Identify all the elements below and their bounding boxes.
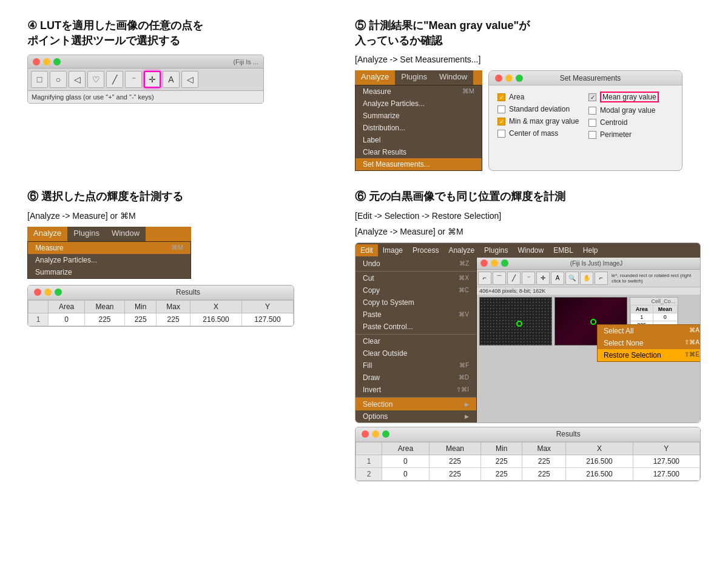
fiji-tool-5[interactable]: ✛ (536, 272, 550, 285)
analyze-particles-6[interactable]: Analyze Particles... (28, 254, 190, 266)
paste-item[interactable]: Paste⌘V (356, 309, 476, 321)
fiji-min[interactable] (491, 259, 498, 267)
row2-y: 127.500 (633, 467, 699, 480)
fiji-tool-6[interactable]: A (551, 272, 564, 285)
centroid-check[interactable]: Centroid (588, 118, 673, 127)
point-tool[interactable]: ✛ (144, 71, 161, 88)
fiji-tool-9[interactable]: ⌐ (595, 272, 608, 285)
big-res-min[interactable] (372, 430, 379, 438)
sm-minimize[interactable] (505, 75, 513, 82)
draw-item[interactable]: Draw⌘D (356, 372, 476, 384)
fiji-tool-2[interactable]: ⌒ (493, 272, 506, 285)
fiji-tool-4[interactable]: ⁻ (522, 272, 535, 285)
row2-max: 225 (522, 467, 566, 480)
paste-control-item[interactable]: Paste Control... (356, 321, 476, 333)
summarize-6[interactable]: Summarize (28, 266, 190, 278)
label-item[interactable]: Label (356, 134, 482, 146)
rect-tool[interactable]: □ (31, 71, 48, 88)
maximize-button[interactable] (53, 58, 61, 65)
embl-menu-btn[interactable]: EMBL (548, 244, 578, 256)
cut-item[interactable]: Cut⌘X (356, 271, 476, 284)
help-menu-btn[interactable]: Help (578, 244, 603, 256)
polygon-tool[interactable]: ◁ (69, 71, 86, 88)
area-check[interactable]: ✓ Area (497, 93, 582, 101)
plugins-menu-item[interactable]: Plugins (395, 70, 433, 85)
restore-selection-item[interactable]: Restore Selection⇧⌘E (598, 349, 701, 361)
perimeter-checkbox[interactable] (588, 131, 596, 139)
clear-item[interactable]: Clear (356, 334, 476, 347)
analyze-menubar: Analyze Plugins Window (355, 70, 482, 85)
window-menu-item[interactable]: Window (433, 70, 473, 85)
table-row: 1 0 225 225 225 216.500 127.500 (29, 313, 294, 326)
big-results-header: Area Mean Min Max X Y (356, 442, 700, 455)
options-item[interactable]: Options (356, 410, 476, 423)
plugins-menu-btn[interactable]: Plugins (67, 227, 106, 241)
sm-maximize[interactable] (516, 75, 523, 82)
select-all-item[interactable]: Select All⌘A (598, 325, 701, 337)
com-check[interactable]: Center of mass (497, 129, 582, 138)
fiji-max[interactable] (501, 259, 508, 267)
meangray-checkbox[interactable]: ✓ (588, 93, 596, 101)
window-menu-btn-7[interactable]: Window (513, 244, 548, 256)
window-menu-btn[interactable]: Window (106, 227, 146, 241)
fiji-tool-3[interactable]: ╱ (507, 272, 521, 285)
modalgray-check[interactable]: Modal gray value (588, 106, 673, 115)
fiji-status-text: le*, rounded rect or rotated rect (right… (609, 273, 699, 284)
set-measurements-item[interactable]: Set Measurements... (356, 158, 482, 170)
distribution-item[interactable]: Distribution... (356, 122, 482, 134)
stdev-checkbox[interactable] (497, 105, 505, 113)
section6-h1: 選択した点の輝度を計測する (41, 190, 183, 202)
modalgray-checkbox[interactable] (588, 107, 596, 115)
fiji-close[interactable] (480, 259, 488, 267)
stdev-check[interactable]: Standard deviation (497, 105, 582, 113)
select-none-item[interactable]: Select None⇧⌘A (598, 337, 701, 349)
fiji-tool-7[interactable]: 🔍 (565, 272, 579, 285)
fiji-tool-1[interactable]: ⌐ (478, 272, 491, 285)
res-max-6[interactable] (55, 289, 62, 296)
res-close-6[interactable] (34, 289, 41, 296)
clear-outside-item[interactable]: Clear Outside (356, 347, 476, 359)
minmax-check[interactable]: ✓ Min & max gray value (497, 117, 582, 125)
text-tool[interactable]: A (163, 71, 180, 88)
com-label: Center of mass (509, 129, 558, 138)
perimeter-check[interactable]: Perimeter (588, 130, 673, 139)
clear-results-item[interactable]: Clear Results (356, 146, 482, 158)
dark-image (479, 297, 552, 346)
big-res-close[interactable] (362, 430, 369, 438)
oval-tool[interactable]: ○ (50, 71, 67, 88)
area-checkbox[interactable]: ✓ (497, 93, 505, 101)
edit-menu-btn[interactable]: Edit (356, 244, 378, 256)
selection-item[interactable]: Selection (356, 397, 476, 410)
sm-close[interactable] (495, 75, 502, 82)
copy-item[interactable]: Copy⌘C (356, 284, 476, 296)
arrow-tool[interactable]: ⁻ (125, 71, 142, 88)
invert-item[interactable]: Invert⇧⌘I (356, 384, 476, 396)
analyze-menu-btn[interactable]: Analyze (27, 227, 67, 241)
fiji-titlebar: (Fiji Is Just) ImageJ (477, 258, 700, 270)
process-menu-btn[interactable]: Process (408, 244, 443, 256)
fill-item[interactable]: Fill⌘F (356, 359, 476, 372)
minmax-checkbox[interactable]: ✓ (497, 118, 505, 125)
summarize-item[interactable]: Summarize (356, 110, 482, 122)
plugins-menu-btn-7[interactable]: Plugins (479, 244, 513, 256)
col-num (29, 300, 49, 313)
big-res-max[interactable] (382, 430, 389, 438)
res-min-6[interactable] (44, 289, 52, 296)
undo-item[interactable]: Undo⌘Z (356, 258, 476, 270)
analyze-particles-item[interactable]: Analyze Particles... (356, 98, 482, 110)
measure-item[interactable]: Measure⌘M (356, 85, 482, 98)
extra-tool[interactable]: ◁ (181, 71, 198, 88)
line-tool[interactable]: ╱ (106, 71, 123, 88)
com-checkbox[interactable] (497, 130, 505, 138)
minimize-button[interactable] (43, 58, 50, 65)
copy-to-system-item[interactable]: Copy to System (356, 296, 476, 309)
meangray-check[interactable]: ✓ Mean gray value (588, 92, 673, 102)
analyze-menu-btn-7[interactable]: Analyze (443, 244, 479, 256)
freehand-tool[interactable]: ♡ (87, 71, 104, 88)
image-menu-btn[interactable]: Image (378, 244, 408, 256)
fiji-tool-8[interactable]: ✋ (580, 272, 593, 285)
analyze-menu-item[interactable]: Analyze (355, 70, 395, 85)
centroid-checkbox[interactable] (588, 119, 596, 127)
measure-item-6[interactable]: Measure⌘M (28, 242, 190, 254)
close-button[interactable] (33, 58, 40, 65)
